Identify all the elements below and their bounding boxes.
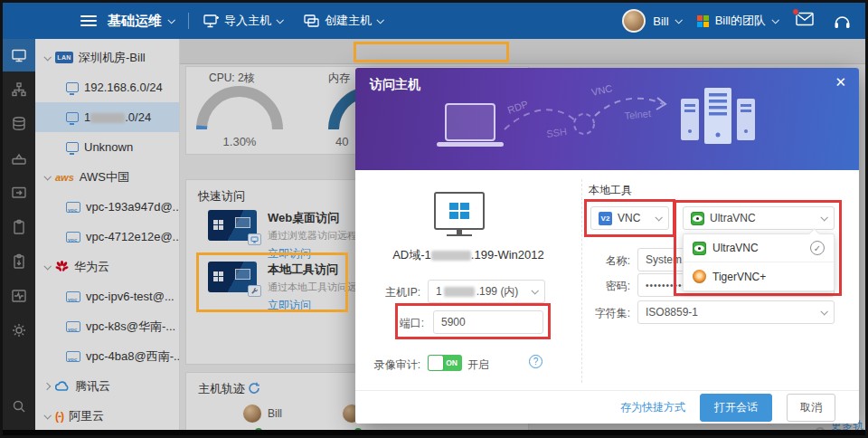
top-navbar: 基础运维 导入主机 创建主机 Bill Bill的团队 — [3, 3, 865, 39]
headset-icon[interactable] — [834, 14, 851, 29]
protocol-select[interactable]: V2 VNC — [590, 206, 669, 230]
windows-host-icon — [434, 192, 485, 230]
team-menu[interactable]: Bill的团队 — [715, 13, 778, 29]
access-host-dialog: 访问主机 ✕ RDP SSH VNC Telnet — [355, 68, 859, 424]
client-dropdown-menu: UltraVNC ✓ TigerVNC+ — [683, 233, 835, 291]
user-name: Bill — [653, 14, 668, 28]
record-audit-toggle[interactable]: ON — [428, 355, 462, 371]
dialog-title: 访问主机 — [370, 77, 420, 93]
menu-item-tigervnc[interactable]: TigerVNC+ — [684, 262, 834, 290]
open-session-button[interactable]: 打开会话 — [700, 394, 772, 422]
protocol-rdp: RDP — [506, 99, 530, 116]
dialog-header: 访问主机 ✕ RDP SSH VNC Telnet — [355, 68, 859, 170]
ultravnc-icon — [693, 242, 706, 255]
dialog-footer: 存为快捷方式 打开会话 取消 — [355, 390, 859, 424]
charset-select[interactable]: ISO8859-1 — [637, 300, 835, 324]
vnc-badge-icon: V2 — [599, 212, 612, 225]
notification-dot — [792, 8, 799, 15]
servers-icon — [681, 88, 755, 144]
team-logo-icon — [697, 15, 709, 27]
chevron-down-icon — [376, 16, 383, 24]
chevron-down-icon — [820, 308, 827, 315]
chevron-down-icon — [276, 16, 283, 24]
client-select[interactable]: UltraVNC — [683, 206, 835, 230]
chevron-down-icon — [167, 16, 175, 24]
import-host-icon — [203, 14, 219, 28]
divider — [188, 13, 189, 29]
host-ip-label: 主机IP: — [368, 285, 420, 300]
save-shortcut-link[interactable]: 存为快捷方式 — [620, 400, 685, 415]
dialog-body: AD域-1.199-Win2012 主机IP: 1.199 (内) 端口: 59… — [355, 170, 859, 390]
record-audit-label: 录像审计: — [359, 357, 420, 373]
protocol-vnc: VNC — [590, 82, 613, 98]
menu-item-ultravnc[interactable]: UltraVNC ✓ — [684, 234, 834, 262]
import-host-label: 导入主机 — [224, 13, 271, 29]
host-name: AD域-1.199-Win2012 — [355, 247, 581, 263]
create-host-button[interactable]: 创建主机 — [304, 13, 382, 29]
password-label: 密码: — [572, 279, 630, 294]
close-icon[interactable]: ✕ — [835, 74, 846, 90]
user-avatar[interactable] — [622, 9, 646, 33]
chevron-down-icon — [820, 214, 827, 221]
tigervnc-icon — [693, 270, 706, 283]
host-ip-select[interactable]: 1.199 (内) — [428, 280, 545, 303]
charset-label: 字符集: — [572, 306, 630, 321]
chevron-down-icon — [675, 16, 682, 24]
connection-illustration: RDP SSH VNC Telnet — [355, 68, 859, 170]
name-label: 名称: — [572, 253, 630, 269]
port-input[interactable]: 5900 — [433, 310, 543, 334]
help-icon[interactable]: ? — [529, 355, 542, 368]
team-name: Bill的团队 — [715, 13, 766, 29]
messages-button[interactable] — [796, 12, 814, 30]
chevron-down-icon — [771, 16, 778, 24]
hamburger-menu-icon[interactable] — [80, 15, 97, 26]
ultravnc-icon — [691, 212, 704, 225]
cancel-button[interactable]: 取消 — [787, 394, 835, 422]
user-menu[interactable]: Bill — [653, 14, 680, 28]
check-circle-icon: ✓ — [810, 241, 825, 255]
record-state: 开启 — [467, 357, 495, 373]
port-label: 端口: — [388, 316, 424, 331]
window-edge — [3, 430, 865, 435]
create-host-icon — [304, 14, 319, 28]
import-host-button[interactable]: 导入主机 — [203, 13, 282, 29]
protocol-telnet: Telnet — [624, 108, 651, 121]
app-menu-label: 基础运维 — [108, 13, 162, 30]
create-host-label: 创建主机 — [325, 13, 372, 29]
chevron-down-icon — [655, 214, 662, 221]
app-menu[interactable]: 基础运维 — [108, 13, 174, 30]
app-window: 基础运维 导入主机 创建主机 Bill Bill的团队 — [0, 0, 868, 438]
protocol-ssh: SSH — [546, 126, 568, 139]
chevron-down-icon — [531, 287, 538, 294]
local-tool-title: 本地工具 — [589, 183, 632, 198]
